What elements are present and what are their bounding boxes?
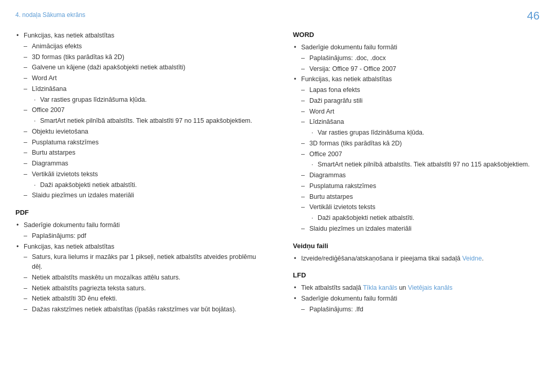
word-list2-sub3: Diagrammas Pusplatuma rakstzīmes Burtu a… [301,171,540,212]
lfd-text-mid: un [397,284,408,291]
list-item: Var rasties grupas līdzināšuma kļūda. [32,95,262,105]
intro-sub2-dot-list: SmartArt netiek pilnībā atbalstīts. Tiek… [32,116,262,126]
list-item: Netiek atbalstīts maskētu un mozaīkas at… [24,273,262,283]
breadcrumb: 4. nodaļa Sākuma ekrāns [15,11,85,18]
list-item: Saderīgie dokumentu failu formāti [293,294,540,304]
word-list2-sub4: Slaidu piezīmes un izdales materiāli [301,224,540,234]
pdf-list2-sub: Saturs, kura lielums ir mazāks par 1 pik… [24,252,262,314]
list-item: Word Art [301,107,540,117]
list-item: Burtu atstarpes [24,148,262,158]
list-item: Office 2007 [24,105,262,115]
intro-sub4-list: Slaidu piezīmes un izdales materiāli [24,191,262,200]
veidnu-text: Izveide/rediģēšana/atskaņošana ir pieeja… [301,255,462,262]
veidnu-heading: Veidņu faili [293,242,540,250]
left-column: Funkcijas, kas netiek atbalstītas Animāc… [15,31,267,315]
list-item: Daži apakšobjekti netiek atbalstīti. [309,213,540,223]
word-list1-sub: Paplašinājums: .doc, .docx Versija: Offi… [301,53,540,74]
list-item: Daži apakšobjekti netiek atbalstīti. [32,180,262,190]
lfd-heading: LFD [293,271,540,279]
list-item: Pusplatuma rakstzīmes [301,181,540,191]
pdf-list1: Saderīgie dokumentu failu formāti [15,220,262,230]
list-item: Tiek atbalstīts sadaļā Tīkla kanāls un V… [293,283,540,293]
list-item: Word Art [24,73,262,83]
intro-dot-list: Var rasties grupas līdzināšuma kļūda. [32,95,262,105]
list-item: SmartArt netiek pilnībā atbalstīts. Tiek… [309,160,540,170]
list-item: Vertikāli izvietots teksts [24,170,262,179]
word-heading: WORD [293,31,540,39]
lfd-text-pre: Tiek atbalstīts sadaļā [301,284,363,291]
list-item: Var rasties grupas līdzināšuma kļūda. [309,128,540,138]
list-item: Diagrammas [301,171,540,180]
right-column: WORD Saderīgie dokumentu failu formāti P… [288,31,540,315]
intro-list: Funkcijas, kas netiek atbalstītas [15,31,262,41]
word-list2-dot: Var rasties grupas līdzināšuma kļūda. [309,128,540,138]
intro-sub3-dot-list: Daži apakšobjekti netiek atbalstīti. [32,180,262,190]
word-list2: Funkcijas, kas netiek atbalstītas [293,74,540,84]
veidne-link[interactable]: Veidne [462,255,482,262]
list-item: Office 2007 [301,150,540,159]
list-item: Funkcijas, kas netiek atbalstītas [15,242,262,252]
word-list1: Saderīgie dokumentu failu formāti [293,43,540,52]
vietejais-kanals-link[interactable]: Vietējais kanāls [408,284,453,291]
list-item: Netiek atbalstīts pagriezta teksta satur… [24,284,262,293]
page-number: 46 [527,9,540,23]
list-item: Galvene un kājene (daži apakšobjekti net… [24,63,262,72]
list-item: Animācijas efekts [24,42,262,51]
tikla-kanals-link[interactable]: Tīkla kanāls [363,284,397,291]
list-item: Slaidu piezīmes un izdales materiāli [24,191,262,200]
list-item: Pusplatuma rakstzīmes [24,138,262,147]
list-item: Netiek atbalstīti 3D ēnu efekti. [24,294,262,304]
word-list2-sub3-dot: Daži apakšobjekti netiek atbalstīti. [309,213,540,223]
list-item: Versija: Office 97 - Office 2007 [301,64,540,74]
list-item: Funkcijas, kas netiek atbalstītas [15,31,262,41]
list-item: Paplašinājums: .lfd [301,305,540,314]
intro-sub-list: Animācijas efekts 3D formas (tiks parādī… [24,42,262,94]
intro-sub3-list: Objektu ievietošana Pusplatuma rakstzīme… [24,127,262,179]
list-item: Saderīgie dokumentu failu formāti [293,43,540,52]
list-item: Burtu atstarpes [301,192,540,202]
veidnu-list: Izveide/rediģēšana/atskaņošana ir pieeja… [293,254,540,264]
list-item: 3D formas (tiks parādītas kā 2D) [301,139,540,148]
pdf-heading: PDF [15,209,262,216]
list-item: Objektu ievietošana [24,127,262,137]
list-item: SmartArt netiek pilnībā atbalstīts. Tiek… [32,116,262,126]
list-item: Slaidu piezīmes un izdales materiāli [301,224,540,234]
list-item: Dažas rakstzīmes netiek atbalstītas (īpa… [24,305,262,314]
word-list2-sub2-dot: SmartArt netiek pilnībā atbalstīts. Tiek… [309,160,540,170]
lfd-list1: Tiek atbalstīts sadaļā Tīkla kanāls un V… [293,283,540,304]
word-list2-sub2: 3D formas (tiks parādītas kā 2D) Office … [301,139,540,159]
list-item: Saderīgie dokumentu failu formāti [15,220,262,230]
list-item: Vertikāli izvietots teksts [301,202,540,212]
list-item: Lapas fona efekts [301,85,540,95]
word-list2-sub: Lapas fona efekts Daži paragrāfu stili W… [301,85,540,127]
intro-sub2-list: Office 2007 [24,105,262,115]
list-item: Diagrammas [24,159,262,169]
lfd-list2-sub: Paplašinājums: .lfd [301,305,540,314]
list-item: Saturs, kura lielums ir mazāks par 1 pik… [24,252,262,272]
list-item: Paplašinājums: pdf [24,231,262,241]
pdf-list2: Funkcijas, kas netiek atbalstītas [15,242,262,252]
list-item: Izveide/rediģēšana/atskaņošana ir pieeja… [293,254,540,264]
list-item: 3D formas (tiks parādītas kā 2D) [24,52,262,62]
list-item: Paplašinājums: .doc, .docx [301,53,540,63]
list-item: Funkcijas, kas netiek atbalstītas [293,74,540,84]
list-item: Līdzināšana [24,84,262,94]
list-item: Līdzināšana [301,117,540,127]
veidnu-end: . [482,255,484,262]
pdf-list1-sub: Paplašinājums: pdf [24,231,262,241]
list-item: Daži paragrāfu stili [301,96,540,106]
